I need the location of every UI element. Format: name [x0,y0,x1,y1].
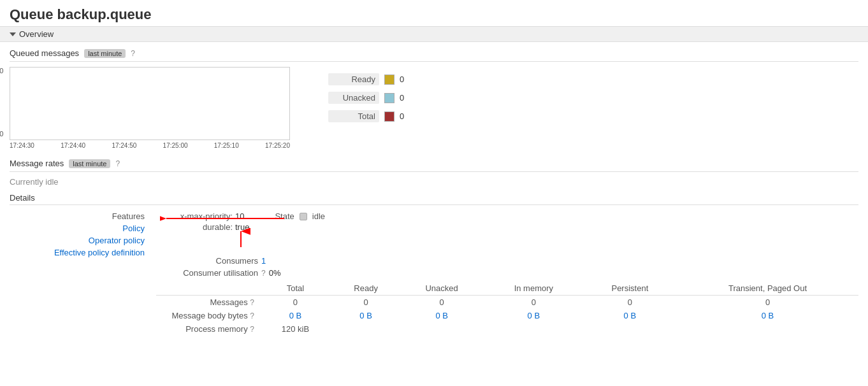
overview-toggle[interactable]: Overview [0,27,868,42]
details-center: x-max-priority: 10 durable: true [156,211,858,336]
stats-table: Total Ready Unacked In memory Persistent… [156,282,858,336]
chart-canvas [10,67,290,140]
legend-total-value: 0 [400,111,404,121]
legend-unacked-color [384,93,394,103]
messages-total: 0 [258,296,333,310]
legend-ready-color [384,75,394,85]
operator-policy-row: Operator policy [10,236,150,245]
row-body-label: Message body bytes ? [156,309,258,322]
messages-persistent: 0 [583,296,677,310]
memory-total: 120 kiB [258,322,333,336]
queued-messages-title: Queued messages [10,48,79,58]
consumers-val: 1 [261,256,266,266]
features-row: Features [10,211,150,221]
queued-messages-section: Queued messages last minute ? 1.0 0.0 17… [0,42,868,345]
table-row: Messages ? 0 0 0 0 0 0 [156,296,858,310]
th-ready: Ready [333,282,400,296]
message-rates-help[interactable]: ? [115,159,120,168]
upward-arrow-area [156,234,858,254]
effective-policy-row: Effective policy definition [10,248,150,257]
x-label-4: 17:25:10 [214,142,239,149]
details-title: Details [10,193,858,205]
legend-total: Total 0 [328,110,404,122]
queue-label: Queue [10,6,53,22]
th-total: Total [258,282,333,296]
message-rates-badge[interactable]: last minute [69,159,110,168]
memory-help[interactable]: ? [250,325,254,334]
chart-x-labels: 17:24:30 17:24:40 17:24:50 17:25:00 17:2… [10,142,290,149]
details-content: Features Policy Operator policy Effectiv… [10,208,858,339]
features-key: Features [112,211,150,221]
state-dot [300,213,307,220]
consumer-util-key: Consumer utilisation [156,268,258,278]
chart-box: 1.0 0.0 17:24:30 17:24:40 17:24:50 17:25… [10,67,303,149]
body-persistent: 0 B [583,309,677,322]
x-label-1: 17:24:40 [61,142,85,149]
body-inmemory: 0 B [484,309,583,322]
effective-policy-key[interactable]: Effective policy definition [54,248,150,257]
state-area: State idle [275,211,325,221]
x-label-3: 17:25:00 [163,142,188,149]
features-kv-area: x-max-priority: 10 durable: true [156,211,858,232]
arrow-up-icon [231,228,250,250]
body-ready: 0 B [333,309,400,322]
memory-persistent [583,322,677,336]
message-rates-title: Message rates [10,159,64,168]
legend-unacked-label: Unacked [328,92,379,104]
chart-area: 1.0 0.0 17:24:30 17:24:40 17:24:50 17:25… [10,67,858,149]
th-empty [156,282,258,296]
messages-transient: 0 [677,296,858,310]
consumer-util-val: 0% [269,268,281,278]
arrow-right-icon [160,213,287,224]
memory-unacked [399,322,484,336]
row-messages-label: Messages ? [156,296,258,310]
operator-policy-key[interactable]: Operator policy [89,236,150,245]
consumer-util-row: Consumer utilisation ? 0% [156,268,858,278]
legend-ready-value: 0 [400,75,404,84]
legend-total-color [384,111,394,122]
table-row: Process memory ? 120 kiB [156,322,858,336]
x-label-5: 17:25:20 [265,142,290,149]
body-total: 0 B [258,309,333,322]
body-transient: 0 B [677,309,858,322]
th-persistent: Persistent [583,282,677,296]
legend-unacked-value: 0 [400,93,404,103]
messages-help[interactable]: ? [250,298,254,307]
queue-name: backup.queue [57,6,152,22]
message-rates-title-row: Message rates last minute ? [10,159,858,172]
legend-unacked: Unacked 0 [328,92,404,104]
consumers-row: Consumers 1 [156,256,858,266]
row-memory-label: Process memory ? [156,322,258,336]
legend-ready-label: Ready [328,73,379,85]
queued-messages-badge[interactable]: last minute [84,49,126,58]
legend-ready: Ready 0 [328,73,404,85]
policy-key[interactable]: Policy [122,224,150,233]
x-label-2: 17:24:50 [112,142,136,149]
consumer-util-help[interactable]: ? [261,269,266,278]
chevron-down-icon [10,32,16,36]
table-row: Message body bytes ? 0 B 0 B 0 B 0 B 0 B… [156,309,858,322]
chart-y-top: 1.0 [0,67,3,75]
messages-inmemory: 0 [484,296,583,310]
body-unacked: 0 B [399,309,484,322]
overview-label: Overview [19,29,54,39]
x-label-0: 17:24:30 [10,142,34,149]
chart-y-bottom: 0.0 [0,130,3,138]
policy-row: Policy [10,224,150,233]
memory-ready [333,322,400,336]
th-inmemory: In memory [484,282,583,296]
details-left: Features Policy Operator policy Effectiv… [10,211,156,336]
messages-unacked: 0 [399,296,484,310]
th-unacked: Unacked [399,282,484,296]
consumers-key: Consumers [156,256,258,266]
memory-transient [677,322,858,336]
legend-total-label: Total [328,110,379,122]
queued-messages-title-row: Queued messages last minute ? [10,48,858,62]
page-title: Queue backup.queue [10,6,858,23]
currently-idle: Currently idle [10,177,858,187]
memory-inmemory [484,322,583,336]
queued-messages-help[interactable]: ? [131,49,135,58]
body-help[interactable]: ? [250,311,254,320]
page-header: Queue backup.queue [0,0,868,27]
legend-area: Ready 0 Unacked 0 Total 0 [328,67,404,149]
